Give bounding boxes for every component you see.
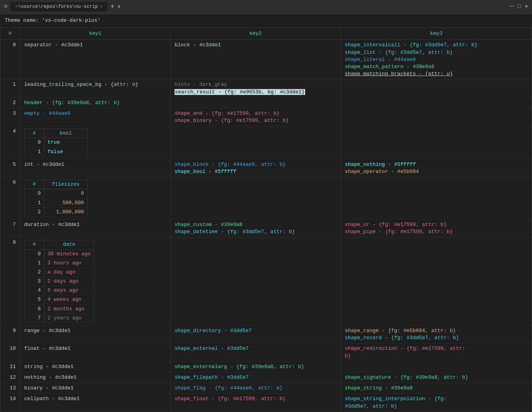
nested-cell-value: 1,000,000	[44, 207, 87, 216]
close-window-button[interactable]: ✕	[525, 3, 528, 11]
nested-cell-value: 2 months ago	[44, 304, 94, 313]
nested-row-index: 1	[25, 147, 44, 156]
nested-row-index: 0	[25, 138, 44, 147]
nested-col-date: date	[44, 240, 94, 249]
row-7-col3-line2: shape_pipe - {fg: #e17599, attr: b}	[345, 228, 528, 235]
hints-text: hints - dark_gray	[175, 82, 227, 87]
tab-dropdown-button[interactable]: ∨	[118, 4, 120, 10]
tab-close-button[interactable]: ✕	[100, 4, 103, 9]
window-controls: ─ □ ✕	[510, 3, 528, 11]
titlebar: ⊞ ~\source\repos\forks\nu-scrip ✕ + ∨ ─ …	[0, 0, 532, 14]
row-index: 10	[0, 344, 20, 361]
maximize-button[interactable]: □	[517, 3, 521, 11]
row-13-col1: binary - #c3dde1	[20, 383, 171, 394]
col-header-index: #	[0, 28, 20, 40]
row-index: 13	[0, 383, 20, 394]
tab-main[interactable]: ~\source\repos\forks\nu-scrip ✕	[10, 2, 107, 12]
row-8-col3	[341, 237, 532, 326]
minimize-button[interactable]: ─	[510, 3, 513, 11]
row-1-col2: hints - dark_gray search_result - {fg: #…	[171, 80, 341, 97]
row-5-col2-line1: shape_block - {fg: #44aae6, attr: b}	[175, 161, 336, 168]
nested-row-index: 2	[25, 268, 44, 277]
row-9-col2: shape_directory - #3dd5e7	[171, 326, 341, 344]
nested-table-row: 0 true	[25, 138, 87, 147]
nested-cell-value: 3 hours ago	[44, 258, 94, 268]
row-10-col2: shape_external - #3dd5e7	[171, 344, 341, 361]
row-7-col2-line2: shape_datetime - {fg: #3dd5e7, attr: b}	[175, 228, 336, 235]
nested-table-row: 1 500,000	[25, 198, 87, 207]
nested-row-index: 1	[25, 258, 44, 268]
row-index: 4	[0, 126, 20, 159]
row-4-col2	[171, 126, 341, 159]
row-7-col3: shape_or - {fg: #e17599, attr: b} shape_…	[341, 219, 532, 237]
nested-cell-value: 5 days ago	[44, 286, 94, 295]
row-0-col3-line3: shape_literal - #44aae6	[345, 56, 528, 63]
tab-label: ~\source\repos\forks\nu-scrip	[15, 4, 98, 10]
table-row: 5 int - #c3dde1 shape_block - {fg: #44aa…	[0, 159, 532, 177]
row-index: 14	[0, 394, 20, 412]
nested-cell-value: 2 days ago	[44, 277, 94, 286]
row-0-col3-line2: shape_list - {fg: #3dd5e7, attr: b}	[345, 49, 528, 56]
nested-cell-value: 30 minutes ago	[44, 249, 94, 258]
row-9-col3: shape_range - {fg: #e5b684, attr: b} sha…	[341, 326, 532, 344]
nested-cell-value: 2 years ago	[44, 313, 94, 323]
table-row: 0 separator - #c3dde1 block - #c3dde1 sh…	[0, 40, 532, 80]
row-index: 0	[0, 40, 20, 80]
row-13-col2: shape_flag - {fg: #44aae6, attr: b}	[171, 383, 341, 394]
row-11-col3	[341, 361, 532, 372]
row-0-col3-line4: shape_match_pattern - #39e9a8	[345, 63, 528, 70]
table-row: 7 duration - #c3dde1 shape_custom - #39e…	[0, 219, 532, 237]
row-9-col1: range - #c3dde1	[20, 326, 171, 344]
row-0-col1: separator - #c3dde1	[20, 40, 171, 80]
theme-name-text: Theme name: 'vs-code-dark-plus'	[5, 17, 101, 23]
row-5-col1: int - #c3dde1	[20, 159, 171, 177]
row-3-col2: shape_and - {fg: #e17599, attr: b} shape…	[171, 108, 341, 126]
nested-row-index: 5	[25, 295, 44, 304]
row-8-col2	[171, 237, 341, 326]
table-row: 11 string - #c3dde1 shape_externalarg - …	[0, 361, 532, 372]
nested-filesizes-table: # filesizes 0 0 1 500,000	[24, 180, 87, 217]
row-11-col1: string - #c3dde1	[20, 361, 171, 372]
nested-col-index: #	[25, 129, 44, 138]
nested-cell-value: 4 weeks ago	[44, 295, 94, 304]
row-5-col2: shape_block - {fg: #44aae6, attr: b} sha…	[171, 159, 341, 177]
row-6-col1: # filesizes 0 0 1 500,000	[20, 177, 171, 220]
nested-cell-value: false	[44, 147, 87, 156]
nested-table-row: 0 30 minutes ago	[25, 249, 94, 258]
nested-table-row: 0 0	[25, 189, 87, 198]
row-10-col1: float - #c3dde1	[20, 344, 171, 361]
row-1-col3	[341, 80, 532, 97]
row-2-col3	[341, 97, 532, 108]
table-row: 9 range - #c3dde1 shape_directory - #3dd…	[0, 326, 532, 344]
nested-row-index: 3	[25, 277, 44, 286]
row-index: 12	[0, 372, 20, 383]
nested-row-index: 1	[25, 198, 44, 207]
nested-col-filesizes: filesizes	[44, 180, 87, 189]
nested-row-index: 7	[25, 313, 44, 323]
row-5-col2-line2: shape_bool - #5fffff	[175, 168, 336, 175]
row-index: 5	[0, 159, 20, 177]
row-12-col2: shape_filepath - #3dd5e7	[171, 372, 341, 383]
row-14-col3-line1: shape_string_interpolation - {fg:	[345, 395, 528, 403]
nested-col-index: #	[25, 180, 44, 189]
row-6-col3	[341, 177, 532, 220]
row-2-col1: header - {fg: #39e9a8, attr: b}	[20, 97, 171, 108]
row-0-col2: block - #c3dde1	[171, 40, 341, 80]
row-14-col1: cellpath - #c3dde1	[20, 394, 171, 412]
new-tab-button[interactable]: +	[110, 2, 114, 11]
row-10-col3: shape_redirection - {fg: #e17599, attr: …	[341, 344, 532, 361]
table-row: 12 nothing - #c3dde1 shape_filepath - #3…	[0, 372, 532, 383]
nested-row-index: 0	[25, 189, 44, 198]
table-row: 10 float - #c3dde1 shape_external - #3dd…	[0, 344, 532, 361]
table-row: 6 # filesizes 0 0	[0, 177, 532, 220]
nested-row-index: 0	[25, 249, 44, 258]
nested-date-table: # date 0 30 minutes ago 1 3 hours ago	[24, 240, 94, 323]
search-result-highlight: search_result - {fg: #e9653b, bg: #c3dde…	[175, 89, 305, 95]
col-header-key2: key2	[171, 28, 341, 40]
main-table: # key1 key2 key3 0 separator - #c3dde1 b…	[0, 27, 532, 412]
table-row: 13 binary - #c3dde1 shape_flag - {fg: #4…	[0, 383, 532, 394]
row-9-col3-line1: shape_range - {fg: #e5b684, attr: b}	[345, 327, 528, 334]
row-5-col3-line2: shape_operator - #e5b684	[345, 168, 528, 175]
row-5-col3-line1: shape_nothing - #5fffff	[345, 161, 528, 168]
col-header-key3: key3	[341, 28, 532, 40]
